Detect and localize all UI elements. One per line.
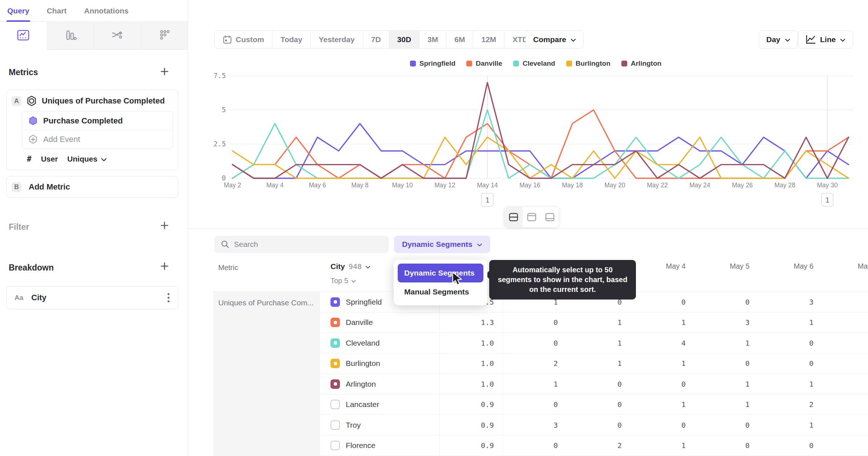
date-column-header: May 7 — [822, 262, 868, 270]
compare-button[interactable]: Compare — [526, 30, 584, 49]
date-range-label: 3M — [427, 35, 438, 44]
top-n-selector[interactable]: Top 5 — [330, 277, 356, 285]
segment-checkbox-checked[interactable] — [330, 297, 340, 307]
segments-mode-button[interactable]: Dynamic Segments — [394, 236, 490, 253]
segment-day-value: 1 — [694, 380, 758, 388]
x-axis-tick: May 6 — [309, 182, 326, 189]
segment-day-value: 1 — [758, 421, 822, 429]
segment-day-value: 1 — [758, 318, 822, 327]
segment-checkbox-unchecked[interactable] — [330, 400, 340, 409]
y-axis-tick: 0 — [222, 174, 226, 182]
date-range-today[interactable]: Today — [272, 31, 310, 48]
chart-type-tab-line-chart[interactable] — [0, 22, 47, 50]
segments-mode-menu: Dynamic SegmentsManual Segments — [394, 260, 487, 305]
search-input[interactable] — [234, 240, 382, 249]
add-metric-plus-button[interactable] — [159, 67, 170, 78]
segment-checkbox-checked[interactable] — [330, 359, 340, 368]
date-range-6m[interactable]: 6M — [446, 31, 473, 48]
segment-table-rows: Springfield1.510003Danville1.301131Cleve… — [320, 292, 868, 456]
group-by-header[interactable]: City 948 — [330, 262, 370, 271]
segment-row-florence: Florence0.902100 — [320, 436, 868, 456]
metric-a-card[interactable]: A Uniques of Purchase Completed Purchase… — [6, 90, 178, 170]
segment-search[interactable] — [214, 236, 389, 253]
chevron-down-icon — [571, 35, 576, 44]
line-chart-icon — [16, 28, 31, 44]
segment-day-value: 0 — [630, 421, 694, 429]
query-builder-page: QueryChartAnnotations Metrics A Uniques … — [0, 0, 868, 456]
segment-row-troy: Troy0.930001 — [320, 415, 868, 436]
segment-day-value: 0 — [758, 339, 822, 347]
y-axis-tick: 2.5 — [214, 140, 226, 148]
segment-name: Troy — [346, 421, 361, 429]
date-range-12m[interactable]: 12M — [473, 31, 504, 48]
line-chart[interactable]: 02.557.511May 2May 4May 6May 8May 10May … — [203, 58, 868, 211]
granularity-button[interactable]: Day — [759, 30, 798, 49]
tab-chart[interactable]: Chart — [47, 0, 67, 22]
date-column-header: May 4 — [630, 262, 694, 270]
event-row[interactable]: Purchase Completed — [22, 111, 173, 130]
segment-day-value: 1 — [630, 318, 694, 327]
checkbox-dot — [334, 382, 337, 386]
date-range-yesterday[interactable]: Yesterday — [310, 31, 362, 48]
segment-cell: Burlington — [320, 359, 439, 368]
date-range-label: 30D — [397, 35, 411, 44]
date-range-7d[interactable]: 7D — [363, 31, 389, 48]
add-event-hexagon-plus-icon — [28, 134, 38, 144]
measure-mode: Uniques — [67, 155, 97, 163]
metric-a-name: Uniques of Purchase Completed — [42, 96, 165, 106]
event-hexagon-icon — [28, 116, 38, 126]
date-range-custom[interactable]: Custom — [215, 31, 272, 48]
segment-day-value: 0 — [694, 359, 758, 368]
chevron-down-icon — [477, 240, 482, 249]
add-filter-plus-button[interactable] — [159, 221, 170, 232]
segment-day-value: 1 — [567, 339, 630, 347]
segment-checkbox-checked[interactable] — [330, 318, 340, 327]
tab-annotations[interactable]: Annotations — [84, 0, 129, 22]
segment-checkbox-unchecked[interactable] — [330, 420, 340, 430]
add-breakdown-plus-button[interactable] — [159, 261, 170, 272]
add-metric-b-card[interactable]: B Add Metric — [6, 176, 178, 198]
split-view-toggle[interactable] — [504, 207, 523, 227]
date-range-30d[interactable]: 30D — [389, 31, 419, 48]
segment-day-value: 1 — [567, 359, 630, 368]
metrics-title: Metrics — [9, 68, 38, 77]
chart-style-label: Line — [820, 35, 836, 44]
measure-entity: User — [41, 155, 58, 163]
measurement-row[interactable]: # User Uniques — [7, 149, 178, 163]
panel-divider — [188, 228, 868, 229]
segment-day-value: 4 — [630, 339, 694, 347]
add-event-row[interactable]: Add Event — [22, 130, 173, 148]
menu-item-dynamic-segments[interactable]: Dynamic Segments — [398, 264, 483, 282]
segment-day-value: 0 — [567, 380, 630, 388]
date-range-3m[interactable]: 3M — [419, 31, 446, 48]
kebab-menu-icon[interactable] — [167, 292, 170, 303]
metric-row-cell: Uniques of Purchase Com... — [213, 292, 320, 456]
segment-avg-value: 1.0 — [439, 359, 503, 368]
segment-day-value: 0 — [567, 421, 630, 429]
tab-query[interactable]: Query — [7, 0, 29, 22]
menu-item-manual-segments[interactable]: Manual Segments — [398, 282, 483, 301]
segment-avg-value: 0.9 — [439, 441, 503, 450]
segment-checkbox-checked[interactable] — [330, 379, 340, 389]
chart-view-toggle[interactable] — [523, 207, 541, 227]
checkbox-dot — [334, 362, 337, 365]
breakdown-city-card[interactable]: Aa City — [6, 286, 178, 309]
segment-avg-value: 0.9 — [439, 400, 503, 409]
segment-checkbox-checked[interactable] — [330, 338, 340, 348]
chart-type-tab-bar-chart[interactable] — [47, 22, 94, 50]
group-by-label: City — [330, 262, 345, 271]
table-view-toggle[interactable] — [541, 207, 559, 227]
chart-type-tab-flow-chart[interactable] — [94, 22, 141, 50]
segment-cell: Lancaster — [320, 400, 439, 409]
date-range-label: 12M — [481, 35, 496, 44]
segment-day-value: 0 — [503, 339, 567, 347]
scatter-chart-icon — [157, 28, 172, 44]
segment-checkbox-unchecked[interactable] — [330, 441, 340, 450]
metric-a-badge: A — [12, 96, 21, 106]
chart-type-tab-scatter-chart[interactable] — [141, 22, 188, 50]
series-line-burlington[interactable] — [232, 137, 849, 178]
segment-name: Cleveland — [346, 339, 380, 347]
chart-style-button[interactable]: Line — [798, 30, 853, 49]
segment-day-value: 0 — [694, 441, 758, 450]
segment-day-value: 1 — [758, 380, 822, 388]
